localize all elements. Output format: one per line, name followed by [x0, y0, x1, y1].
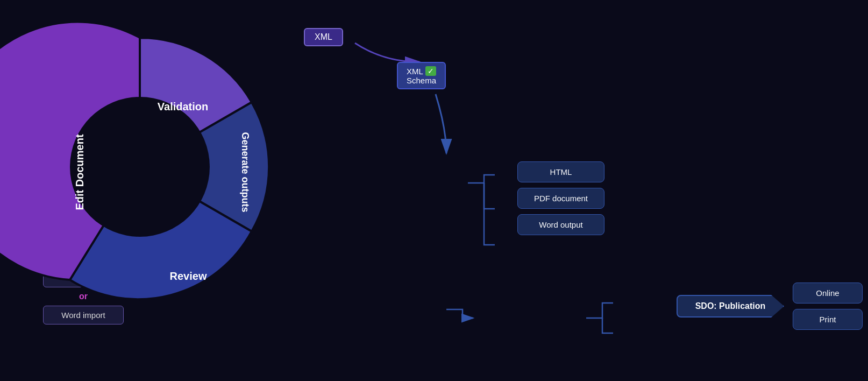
xml-schema-line1: XML ✓	[407, 66, 436, 76]
xml-schema-text1: XML	[407, 67, 423, 76]
pdf-output-box: PDF document	[517, 188, 604, 209]
word-output-box: Word output	[517, 214, 604, 235]
print-box: Print	[793, 309, 863, 330]
online-box: Online	[793, 283, 863, 304]
sdo-label: SDO: Publication	[677, 295, 784, 318]
svg-text:Validation: Validation	[158, 101, 208, 112]
xml-schema-badge: XML ✓ Schema	[397, 62, 446, 89]
xml-badge: XML	[304, 28, 343, 46]
main-container: Document Creation New file or Template o…	[0, 0, 868, 381]
sdo-output-boxes: Online Print	[793, 283, 863, 330]
xml-badge-text: XML	[315, 32, 332, 41]
sdo-section: SDO: Publication Online Print	[677, 283, 863, 330]
right-outputs: HTML PDF document Word output	[517, 161, 604, 235]
sdo-label-text: SDO: Publication	[695, 301, 766, 311]
donut-chart: Validation Generate outputs Review Edit …	[0, 16, 280, 318]
checkmark-icon: ✓	[425, 66, 436, 76]
html-output-box: HTML	[517, 161, 604, 182]
svg-text:Review: Review	[170, 270, 207, 282]
svg-point-3	[70, 97, 210, 237]
svg-text:Generate outputs: Generate outputs	[240, 132, 251, 212]
svg-text:Edit Document: Edit Document	[74, 134, 86, 210]
xml-schema-text2: Schema	[407, 76, 436, 85]
